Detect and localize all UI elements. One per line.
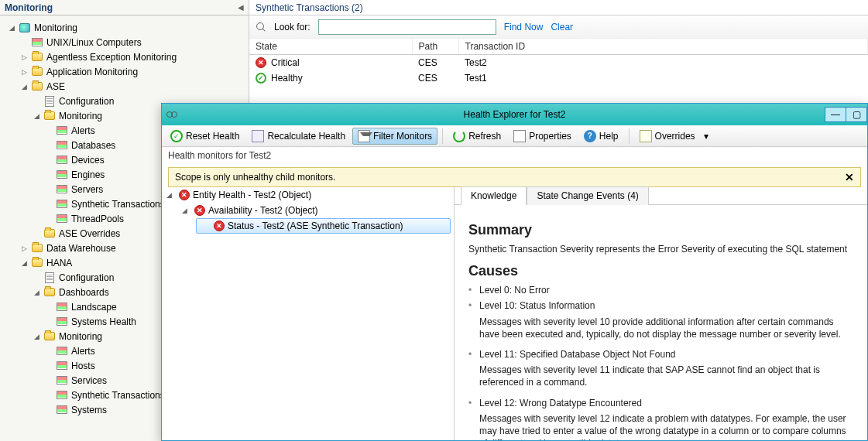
expander-icon[interactable] xyxy=(45,376,53,385)
grid-icon xyxy=(56,213,68,225)
tree-item-label: UNIX/Linux Computers xyxy=(46,37,142,48)
table-row[interactable]: HealthyCESTest1 xyxy=(249,70,868,86)
folder-icon xyxy=(31,51,43,63)
find-now-link[interactable]: Find Now xyxy=(504,22,544,32)
table-row[interactable]: CriticalCESTest2 xyxy=(249,55,868,71)
tree-item[interactable]: ▷Application Monitoring xyxy=(3,64,249,79)
expander-icon[interactable] xyxy=(45,156,53,164)
expander-icon[interactable]: ▷ xyxy=(20,53,29,61)
properties-icon xyxy=(513,130,526,142)
expander-icon[interactable] xyxy=(33,273,41,282)
recalc-icon xyxy=(252,130,264,142)
expander-icon[interactable] xyxy=(20,38,29,46)
expander-icon[interactable]: ◢ xyxy=(180,207,189,215)
tab-state-change-events[interactable]: State Change Events (4) xyxy=(527,186,648,205)
document-icon xyxy=(43,95,56,108)
tree-item-label: Databases xyxy=(71,140,115,151)
expander-icon[interactable] xyxy=(45,405,53,414)
tid-cell: Test1 xyxy=(458,70,868,86)
expander-icon[interactable]: ◢ xyxy=(33,332,41,340)
collapse-panel-icon[interactable]: ◀ xyxy=(238,3,244,12)
cause-item: Level 12: Wrong Datatype Encountered xyxy=(468,397,853,409)
expander-icon[interactable]: ◢ xyxy=(33,288,41,296)
filter-monitors-button[interactable]: Filter Monitors xyxy=(352,128,437,145)
expander-icon[interactable] xyxy=(33,97,41,105)
expander-icon[interactable]: ▷ xyxy=(20,244,29,252)
tree-item-label: Configuration xyxy=(59,96,114,107)
grid-icon xyxy=(56,389,68,402)
refresh-button[interactable]: Refresh xyxy=(448,128,506,145)
expander-icon[interactable] xyxy=(45,185,53,193)
state-icon xyxy=(214,220,225,231)
left-panel-title: Monitoring xyxy=(5,2,53,13)
overrides-button[interactable]: Overrides ▾ xyxy=(634,128,714,145)
col-path[interactable]: Path xyxy=(412,39,458,55)
expander-icon[interactable] xyxy=(45,303,53,311)
health-tree[interactable]: ◢Entity Health - Test2 (Object)◢Availabi… xyxy=(162,186,455,440)
causes-heading: Causes xyxy=(468,263,853,279)
health-tree-item[interactable]: ◢Entity Health - Test2 (Object) xyxy=(165,187,451,203)
expander-icon[interactable] xyxy=(45,170,53,179)
expander-icon[interactable]: ◢ xyxy=(33,111,41,120)
expander-icon[interactable] xyxy=(45,391,53,399)
tree-item[interactable]: ▷Agentless Exception Monitoring xyxy=(3,50,249,64)
grid-icon xyxy=(56,374,68,387)
expander-icon[interactable] xyxy=(45,347,53,355)
tree-item-label: Engines xyxy=(71,169,105,180)
expander-icon[interactable] xyxy=(45,126,53,135)
health-tree-item[interactable]: Status - Test2 (ASE Synthetic Transactio… xyxy=(196,218,451,234)
minimize-button[interactable]: — xyxy=(825,107,846,122)
expander-icon[interactable]: ◢ xyxy=(20,82,29,91)
expander-icon[interactable] xyxy=(200,222,208,231)
window-titlebar[interactable]: Health Explorer for Test2 — ▢ xyxy=(162,104,867,125)
tree-item-label: Monitoring xyxy=(34,22,77,33)
help-button[interactable]: Help xyxy=(578,128,624,145)
expander-icon[interactable] xyxy=(45,141,53,149)
expander-icon[interactable]: ◢ xyxy=(8,23,16,32)
expander-icon[interactable]: ◢ xyxy=(165,191,173,200)
expander-icon[interactable] xyxy=(33,229,41,238)
scope-banner: Scope is only unhealthy child monitors. … xyxy=(168,167,861,187)
properties-button[interactable]: Properties xyxy=(508,128,577,145)
state-icon xyxy=(179,190,190,200)
tree-item[interactable]: ◢Monitoring xyxy=(3,20,249,35)
expander-icon[interactable]: ▷ xyxy=(20,67,29,76)
folder-icon xyxy=(31,80,43,93)
expander-icon[interactable] xyxy=(45,200,53,208)
look-for-input[interactable] xyxy=(318,19,496,35)
close-scope-button[interactable]: ✕ xyxy=(845,171,854,183)
scope-text: Scope is only unhealthy child monitors. xyxy=(175,172,335,183)
health-tree-item[interactable]: ◢Availability - Test2 (Object) xyxy=(180,203,451,218)
tree-item-label: Data Warehouse xyxy=(46,243,116,254)
state-icon xyxy=(194,205,205,216)
folder-icon xyxy=(43,330,56,343)
refresh-icon xyxy=(453,130,465,142)
col-state[interactable]: State xyxy=(249,39,412,55)
maximize-button[interactable]: ▢ xyxy=(846,107,867,122)
health-tree-label: Availability - Test2 (Object) xyxy=(208,205,318,216)
reset-health-button[interactable]: Reset Health xyxy=(165,128,245,145)
folder-icon xyxy=(43,286,56,299)
overrides-icon xyxy=(640,130,652,142)
health-tree-label: Status - Test2 (ASE Synthetic Transactio… xyxy=(228,220,403,231)
tree-item-label: Synthetic Transactions xyxy=(71,199,165,210)
cause-item: Level 10: Status Information xyxy=(468,299,853,312)
expander-icon[interactable] xyxy=(45,361,53,370)
tid-cell: Test2 xyxy=(458,55,868,71)
clear-link[interactable]: Clear xyxy=(551,22,573,32)
list-header: Synthetic Transactions (2) xyxy=(249,0,868,15)
tab-knowledge[interactable]: Knowledge xyxy=(461,186,527,205)
grid-icon xyxy=(31,36,43,49)
tree-item-label: Agentless Exception Monitoring xyxy=(46,52,177,63)
tree-item[interactable]: ◢ASE xyxy=(3,79,249,94)
tree-item[interactable]: UNIX/Linux Computers xyxy=(3,35,249,50)
recalculate-health-button[interactable]: Recalculate Health xyxy=(246,128,351,145)
look-for-label: Look for: xyxy=(274,22,310,32)
col-tid[interactable]: Transaction ID xyxy=(458,39,868,55)
expander-icon[interactable] xyxy=(45,317,53,326)
tree-item-label: HANA xyxy=(46,258,72,268)
expander-icon[interactable] xyxy=(45,214,53,223)
expander-icon[interactable]: ◢ xyxy=(20,258,29,267)
summary-heading: Summary xyxy=(468,222,853,238)
tree-item-label: Monitoring xyxy=(59,331,102,342)
